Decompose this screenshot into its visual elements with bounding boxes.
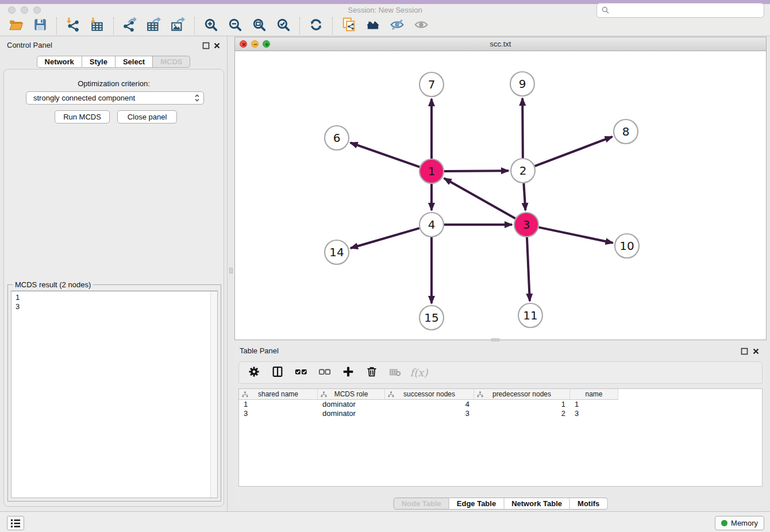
svg-text:9: 9 bbox=[519, 77, 526, 91]
criterion-dropdown[interactable]: strongly connected component bbox=[26, 91, 204, 105]
table-cell[interactable]: 3 bbox=[385, 409, 474, 418]
node-10[interactable]: 10 bbox=[615, 234, 639, 258]
node-8[interactable]: 8 bbox=[614, 119, 638, 144]
node-6[interactable]: 6 bbox=[325, 126, 349, 150]
search-box[interactable] bbox=[596, 3, 764, 18]
node-2[interactable]: 2 bbox=[511, 159, 535, 183]
plus-icon bbox=[342, 365, 355, 380]
column-header-name[interactable]: name bbox=[570, 389, 618, 400]
open-session-button[interactable] bbox=[7, 18, 25, 34]
edge-4-14[interactable] bbox=[351, 228, 419, 248]
edge-3-1[interactable] bbox=[444, 178, 515, 218]
zoom-fit-icon bbox=[252, 17, 267, 34]
tab-select[interactable]: Select bbox=[116, 56, 153, 68]
add-column-button[interactable] bbox=[341, 366, 355, 380]
edge-2-8[interactable] bbox=[535, 137, 613, 166]
table-options-button[interactable] bbox=[247, 366, 261, 380]
network-canvas[interactable]: 7968124314101511 bbox=[235, 51, 766, 340]
node-3[interactable]: 3 bbox=[514, 213, 538, 237]
node-11[interactable]: 11 bbox=[518, 303, 542, 327]
column-header-predecessor-nodes[interactable]: predecessor nodes bbox=[474, 389, 570, 400]
network-window-title: scc.txt bbox=[235, 40, 766, 48]
network-window-titlebar[interactable]: scc.txt bbox=[235, 37, 766, 51]
column-header-successor-nodes[interactable]: successor nodes bbox=[385, 389, 474, 400]
table-delete-icon bbox=[389, 365, 402, 380]
svg-text:4: 4 bbox=[428, 218, 436, 232]
column-header-mcds-role[interactable]: MCDS role bbox=[318, 389, 385, 400]
tab-mcds[interactable]: MCDS bbox=[153, 56, 190, 68]
float-panel-icon[interactable] bbox=[202, 42, 210, 49]
home-button[interactable] bbox=[364, 18, 382, 34]
node-4[interactable]: 4 bbox=[419, 213, 444, 237]
zoom-out-button[interactable] bbox=[226, 18, 244, 34]
show-column-button[interactable] bbox=[271, 366, 284, 380]
tab-network-table[interactable]: Network Table bbox=[504, 498, 570, 510]
table-cell[interactable]: 1 bbox=[570, 400, 618, 409]
new-network-from-selection-button[interactable] bbox=[340, 18, 357, 34]
close-table-panel-icon[interactable] bbox=[752, 348, 760, 355]
result-scrollbar[interactable] bbox=[210, 291, 217, 498]
deselect-all-button[interactable] bbox=[318, 366, 332, 380]
refresh-layout-button[interactable] bbox=[307, 18, 325, 34]
select-all-button[interactable] bbox=[294, 366, 308, 380]
table-cell[interactable]: 2 bbox=[474, 409, 570, 418]
toolbar-group bbox=[299, 17, 332, 34]
vertical-split-grip[interactable] bbox=[229, 268, 233, 273]
table-cell[interactable]: dominator bbox=[318, 400, 385, 409]
export-network-button[interactable] bbox=[121, 18, 138, 34]
save-session-button[interactable] bbox=[32, 18, 49, 34]
node-9[interactable]: 9 bbox=[510, 72, 534, 96]
check-pair-icon bbox=[295, 365, 307, 380]
hide-graphics-details-button[interactable] bbox=[388, 18, 406, 34]
clone-network-icon bbox=[341, 17, 356, 34]
edge-3-10[interactable] bbox=[539, 228, 613, 243]
table-cell[interactable]: dominator bbox=[318, 409, 385, 418]
close-panel-icon[interactable] bbox=[213, 42, 221, 49]
edge-3-11[interactable] bbox=[527, 237, 530, 301]
status-bar: Memory bbox=[0, 511, 770, 532]
export-table-button[interactable] bbox=[145, 18, 163, 34]
table-cell[interactable]: 4 bbox=[385, 400, 474, 409]
toolbar-group bbox=[194, 17, 299, 34]
memory-button[interactable]: Memory bbox=[715, 516, 764, 530]
float-table-panel-icon[interactable] bbox=[741, 348, 748, 355]
zoom-in-button[interactable] bbox=[202, 18, 220, 34]
tab-style[interactable]: Style bbox=[82, 56, 116, 68]
node-14[interactable]: 14 bbox=[325, 240, 349, 264]
zoom-fit-button[interactable] bbox=[251, 18, 268, 34]
function-builder-button: f(x) bbox=[412, 366, 426, 380]
node-15[interactable]: 15 bbox=[419, 306, 444, 330]
task-history-button[interactable] bbox=[7, 516, 24, 530]
fx-icon: f(x) bbox=[410, 367, 428, 379]
table-cell[interactable]: 3 bbox=[570, 409, 618, 418]
control-panel-title: Control Panel bbox=[7, 41, 52, 49]
table-cell[interactable]: 1 bbox=[474, 400, 570, 409]
tab-edge-table[interactable]: Edge Table bbox=[449, 498, 504, 510]
edge-1-2[interactable] bbox=[444, 171, 509, 171]
search-input[interactable] bbox=[613, 6, 759, 15]
close-panel-button[interactable]: Close panel bbox=[117, 110, 177, 124]
delete-column-button[interactable] bbox=[365, 366, 379, 380]
column-header-shared-name[interactable]: shared name bbox=[239, 389, 318, 400]
export-image-button[interactable] bbox=[170, 18, 187, 34]
node-7[interactable]: 7 bbox=[419, 72, 444, 97]
tab-network[interactable]: Network bbox=[37, 56, 82, 68]
list-icon bbox=[10, 518, 21, 529]
table-cell[interactable]: 1 bbox=[239, 400, 318, 409]
table-cell[interactable]: 3 bbox=[239, 409, 318, 418]
network-graph[interactable]: 7968124314101511 bbox=[235, 51, 766, 340]
node-1[interactable]: 1 bbox=[419, 159, 444, 183]
edge-2-3[interactable] bbox=[523, 183, 525, 210]
import-table-button[interactable] bbox=[88, 18, 106, 34]
zoom-selected-button[interactable] bbox=[275, 18, 292, 34]
run-mcds-button[interactable]: Run MCDS bbox=[55, 110, 110, 124]
columns-icon bbox=[271, 365, 284, 380]
import-network-icon bbox=[66, 17, 80, 34]
edge-2-9[interactable] bbox=[522, 98, 523, 158]
tab-node-table[interactable]: Node Table bbox=[394, 498, 449, 510]
edge-1-6[interactable] bbox=[351, 142, 420, 167]
tab-motifs[interactable]: Motifs bbox=[570, 498, 607, 510]
import-network-button[interactable] bbox=[64, 18, 82, 34]
horizontal-split-grip[interactable] bbox=[491, 338, 499, 341]
mcds-result-box[interactable]: 1 3 bbox=[11, 291, 218, 498]
